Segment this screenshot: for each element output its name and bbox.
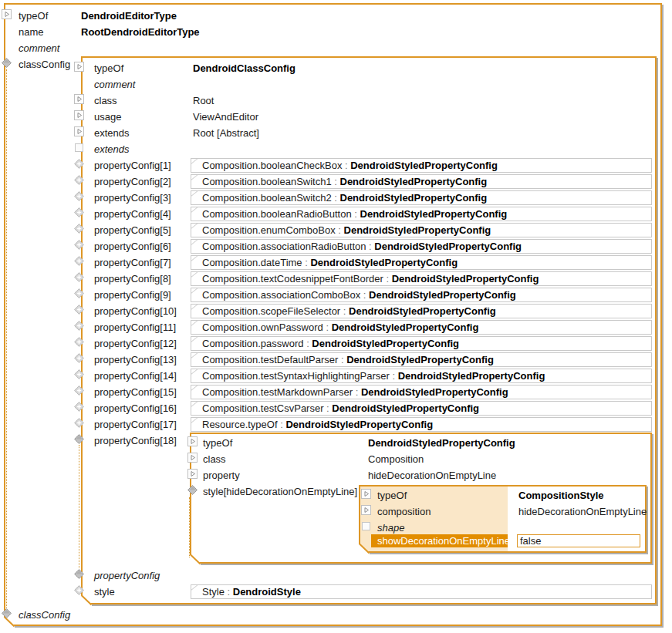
collapsed-property-box[interactable]: Composition.testCsvParser : DendroidStyl… bbox=[191, 401, 652, 416]
expander-arrow-icon[interactable] bbox=[74, 110, 84, 120]
collapsed-property-box[interactable]: Style : DendroidStyle bbox=[191, 584, 652, 599]
row-label: propertyConfig bbox=[94, 570, 160, 581]
collapsed-property-box[interactable]: Composition.associationComboBox : Dendro… bbox=[191, 288, 652, 302]
collapsed-property-box[interactable]: Composition.scopeFileSelector : Dendroid… bbox=[191, 304, 652, 318]
collapsed-property-box[interactable]: Composition.associationRadioButton : Den… bbox=[191, 239, 652, 254]
separator: : bbox=[342, 160, 350, 171]
collapsed-property-box[interactable]: Composition.textCodesnippetFontBorder : … bbox=[191, 271, 652, 286]
notch-top-left bbox=[191, 352, 200, 360]
separator: : bbox=[324, 402, 333, 414]
row-label: propertyConfig[4] bbox=[94, 208, 171, 220]
row-label: typeOf bbox=[377, 490, 407, 501]
row-value: RootDendroidEditorType bbox=[81, 26, 200, 38]
row-label: propertyConfig[17] bbox=[94, 419, 177, 430]
diamond-plus-icon[interactable] bbox=[74, 224, 84, 234]
row-label: propertyConfig[1] bbox=[94, 160, 171, 171]
collapsed-property-box[interactable]: Composition.booleanSwitch1 : DendroidSty… bbox=[191, 174, 652, 189]
diamond-plus-icon[interactable] bbox=[74, 402, 84, 412]
diamond-plus-icon[interactable] bbox=[74, 272, 84, 282]
diamond-plus-icon[interactable] bbox=[74, 207, 84, 217]
row-label: typeOf bbox=[94, 62, 123, 74]
row-label: usage bbox=[94, 111, 121, 123]
diamond-plus-icon[interactable] bbox=[74, 159, 84, 169]
empty-square-icon[interactable] bbox=[74, 143, 84, 153]
diamond-plus-icon[interactable] bbox=[74, 175, 84, 185]
collapsed-property-box[interactable]: Composition.booleanRadioButton : Dendroi… bbox=[191, 207, 652, 221]
row-label: class bbox=[94, 95, 117, 106]
expander-arrow-icon[interactable] bbox=[74, 94, 84, 104]
diamond-icon[interactable] bbox=[2, 58, 12, 68]
diamond-icon[interactable] bbox=[2, 608, 12, 618]
expander-arrow-icon[interactable] bbox=[74, 62, 84, 72]
separator: : bbox=[353, 386, 361, 398]
expander-arrow-icon[interactable] bbox=[187, 453, 198, 463]
selected-property-row[interactable]: showDecorationOnEmptyLine bbox=[371, 534, 508, 547]
notch-top-left bbox=[191, 385, 200, 392]
classconfig-connector-line bbox=[6, 69, 7, 608]
diamond-plus-icon[interactable] bbox=[74, 288, 84, 298]
collapsed-property-box[interactable]: Composition.booleanCheckBox : DendroidSt… bbox=[191, 158, 652, 173]
collapsed-box-text: Composition.booleanSwitch1 : DendroidSty… bbox=[202, 175, 487, 188]
notch-top-left bbox=[191, 158, 200, 166]
expander-arrow-icon[interactable] bbox=[74, 126, 84, 136]
diamond-plus-icon[interactable] bbox=[74, 240, 84, 250]
collapsed-box-text: Composition.textCodesnippetFontBorder : … bbox=[202, 272, 539, 285]
expander-arrow-icon[interactable] bbox=[187, 436, 198, 446]
expander-arrow-icon[interactable] bbox=[2, 9, 12, 19]
diamond-plus-icon[interactable] bbox=[74, 386, 84, 396]
diamond-plus-icon[interactable] bbox=[74, 418, 84, 428]
diamond-plus-icon[interactable] bbox=[74, 256, 84, 266]
collapsed-property-box[interactable]: Composition.testSyntaxHighlightingParser… bbox=[191, 369, 652, 383]
collapsed-property-box[interactable]: Composition.ownPassword : DendroidStyled… bbox=[191, 320, 652, 335]
notch-top-left bbox=[191, 320, 200, 328]
row-label: propertyConfig[6] bbox=[94, 241, 171, 252]
separator: : bbox=[360, 289, 369, 301]
collapsed-property-box[interactable]: Composition.dateTime : DendroidStyledPro… bbox=[191, 255, 652, 270]
expander-arrow-icon[interactable] bbox=[361, 489, 371, 499]
notch-top-left bbox=[191, 417, 200, 425]
row-value: DendroidClassConfig bbox=[193, 62, 295, 74]
collapsed-property-box[interactable]: Composition.testDefaultParser : Dendroid… bbox=[191, 352, 652, 367]
diamond-icon[interactable] bbox=[74, 569, 84, 579]
separator: : bbox=[383, 273, 392, 285]
row-label: propertyConfig[9] bbox=[94, 289, 171, 301]
collapsed-box-text: Composition.testCsvParser : DendroidStyl… bbox=[202, 402, 479, 415]
diamond-plus-icon[interactable] bbox=[74, 585, 84, 595]
notch-top-left bbox=[191, 239, 200, 247]
diamond-plus-icon[interactable] bbox=[74, 353, 84, 363]
collapsed-box-text: Composition.booleanRadioButton : Dendroi… bbox=[202, 207, 507, 221]
collapsed-property-box[interactable]: Composition.testMarkdownParser : Dendroi… bbox=[191, 385, 652, 399]
collapsed-property-box[interactable]: Resource.typeOf : DendroidStyledProperty… bbox=[191, 417, 652, 432]
separator: : bbox=[352, 208, 360, 220]
expander-arrow-icon[interactable] bbox=[187, 469, 198, 479]
property-ref: Composition.testSyntaxHighlightingParser bbox=[202, 370, 390, 382]
collapsed-box-text: Composition.booleanSwitch2 : DendroidSty… bbox=[202, 191, 487, 204]
row-value: DendroidStyledPropertyConfig bbox=[368, 437, 515, 449]
diamond-plus-icon[interactable] bbox=[74, 321, 84, 331]
collapsed-property-box[interactable]: Composition.password : DendroidStyledPro… bbox=[191, 336, 652, 351]
property-ref: Composition.booleanCheckBox bbox=[202, 160, 342, 171]
collapsed-property-box[interactable]: Composition.enumComboBox : DendroidStyle… bbox=[191, 223, 652, 237]
row-label: extends bbox=[94, 143, 130, 155]
diamond-icon[interactable] bbox=[74, 434, 84, 444]
row-label: extends bbox=[94, 127, 130, 139]
row-label: propertyConfig[2] bbox=[94, 176, 171, 187]
property-type: DendroidStyledPropertyConfig bbox=[369, 289, 516, 301]
empty-square-icon[interactable] bbox=[361, 521, 371, 531]
collapsed-box-text: Composition.ownPassword : DendroidStyled… bbox=[202, 321, 478, 334]
diamond-plus-icon[interactable] bbox=[74, 337, 84, 347]
diamond-icon[interactable] bbox=[187, 485, 198, 495]
diamond-plus-icon[interactable] bbox=[74, 191, 84, 201]
collapsed-box-text: Composition.enumComboBox : DendroidStyle… bbox=[202, 224, 491, 237]
expander-arrow-icon[interactable] bbox=[361, 505, 371, 515]
collapsed-property-box[interactable]: Composition.booleanSwitch2 : DendroidSty… bbox=[191, 190, 652, 205]
row-label: composition bbox=[377, 506, 431, 517]
collapsed-box-text: Composition.associationComboBox : Dendro… bbox=[202, 288, 516, 301]
separator: : bbox=[336, 224, 344, 236]
diamond-plus-icon[interactable] bbox=[74, 369, 84, 379]
row-label: class bbox=[203, 453, 226, 465]
notch-top-left bbox=[191, 401, 200, 409]
boolean-value-input[interactable]: false bbox=[517, 534, 640, 547]
diamond-plus-icon[interactable] bbox=[74, 305, 84, 315]
separator: : bbox=[366, 241, 374, 252]
